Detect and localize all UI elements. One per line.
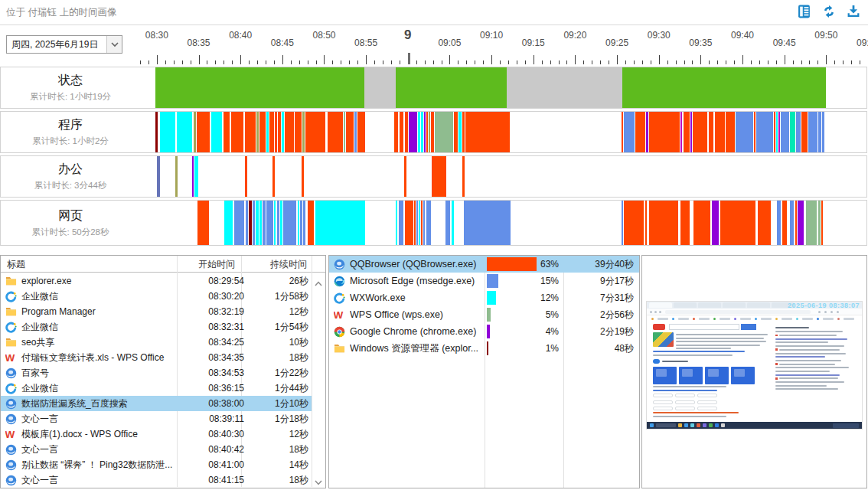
activity-segment[interactable] <box>399 201 403 245</box>
activity-segment[interactable] <box>435 112 453 152</box>
activity-segment[interactable] <box>432 156 446 197</box>
activity-segment[interactable] <box>269 112 274 152</box>
activity-segment[interactable] <box>624 201 644 245</box>
activity-segment[interactable] <box>246 201 248 245</box>
activity-segment[interactable] <box>280 201 282 245</box>
activity-segment[interactable] <box>302 112 305 152</box>
activity-segment[interactable] <box>790 201 794 245</box>
activity-segment[interactable] <box>462 156 465 197</box>
app-usage-row[interactable]: WXWork.exe12%7分31秒 <box>329 289 639 306</box>
activity-segment[interactable] <box>277 201 279 245</box>
app-usage-row[interactable]: Google Chrome (chrome.exe)4%2分19秒 <box>329 323 639 340</box>
activity-segment[interactable] <box>693 201 710 245</box>
activity-segment[interactable] <box>177 112 192 152</box>
activity-segment[interactable] <box>426 112 428 152</box>
activity-segment[interactable] <box>680 112 683 152</box>
activity-segment[interactable] <box>245 156 247 197</box>
activity-segment[interactable] <box>400 112 403 152</box>
activity-segment[interactable] <box>328 112 343 152</box>
activity-segment[interactable] <box>315 201 366 245</box>
activity-segment[interactable] <box>266 201 273 245</box>
activity-segment[interactable] <box>192 156 194 197</box>
activity-segment[interactable] <box>249 201 252 245</box>
activity-segment[interactable] <box>790 112 795 152</box>
activity-segment[interactable] <box>305 112 326 152</box>
activity-segment[interactable] <box>778 112 780 152</box>
activity-segment[interactable] <box>282 112 284 152</box>
activity-segment[interactable] <box>344 112 345 152</box>
activity-segment[interactable] <box>423 201 425 245</box>
activity-segment[interactable] <box>300 201 302 245</box>
activity-segment[interactable] <box>274 201 276 245</box>
table-row[interactable]: seo共享08:34:2510秒 <box>1 335 312 350</box>
activity-segment[interactable] <box>445 201 450 245</box>
activity-segment[interactable] <box>774 112 775 152</box>
activity-segment[interactable] <box>720 201 755 245</box>
activity-segment[interactable] <box>259 201 262 245</box>
activity-segment[interactable] <box>756 112 773 152</box>
app-usage-row[interactable]: Windows 资源管理器 (explor...1%48秒 <box>329 340 639 357</box>
activity-segment[interactable] <box>405 201 413 245</box>
activity-segment[interactable] <box>256 201 259 245</box>
activity-segment[interactable] <box>211 112 222 152</box>
activity-segment[interactable] <box>354 112 357 152</box>
activity-segment[interactable] <box>308 201 314 245</box>
activity-segment[interactable] <box>175 156 178 197</box>
activity-segment[interactable] <box>777 201 781 245</box>
activity-segment[interactable] <box>690 112 692 152</box>
activity-segment[interactable] <box>754 112 755 152</box>
activity-segment[interactable] <box>416 201 418 245</box>
activity-segment[interactable] <box>781 112 789 152</box>
activity-segment[interactable] <box>160 112 175 152</box>
activity-segment[interactable] <box>646 112 648 152</box>
activity-segment[interactable] <box>454 112 458 152</box>
table-row[interactable]: explorer.exe08:29:5426秒 <box>1 273 312 289</box>
chevron-down-icon[interactable] <box>106 36 122 53</box>
activity-segment[interactable] <box>263 201 266 245</box>
activity-segment[interactable] <box>821 201 823 245</box>
activity-segment[interactable] <box>693 112 707 152</box>
activity-segment[interactable] <box>806 201 817 245</box>
activity-segment[interactable] <box>421 112 423 152</box>
table-row[interactable]: 文心一言08:39:111分18秒 <box>1 411 312 426</box>
activity-segment[interactable] <box>234 201 244 245</box>
activity-segment[interactable] <box>726 112 735 152</box>
activity-segment[interactable] <box>231 112 243 152</box>
activity-segment[interactable] <box>409 112 417 152</box>
activity-segment[interactable] <box>758 201 771 245</box>
column-header-title[interactable]: 标题 <box>7 256 172 273</box>
activity-segment[interactable] <box>818 201 821 245</box>
table-row[interactable]: W模板库(1).docx - WPS Office08:40:3012秒 <box>1 426 312 442</box>
activity-segment[interactable] <box>645 201 647 245</box>
activity-segment[interactable] <box>157 156 160 197</box>
activity-segment[interactable] <box>684 112 690 152</box>
table-row[interactable]: 企业微信08:36:151分44秒 <box>1 381 312 396</box>
activity-segment[interactable] <box>197 201 209 245</box>
activity-segment[interactable] <box>253 201 255 245</box>
activity-segment[interactable] <box>426 201 431 245</box>
activity-segment[interactable] <box>404 156 406 197</box>
activity-segment[interactable] <box>259 112 266 152</box>
activity-segment[interactable] <box>808 112 817 152</box>
activity-segment[interactable] <box>635 112 645 152</box>
activity-segment[interactable] <box>796 112 801 152</box>
activity-segment[interactable] <box>421 201 423 245</box>
table-row[interactable]: 别让数据 “裸奔” ！ Ping32数据防泄...08:41:0014秒 <box>1 457 312 472</box>
activity-segment[interactable] <box>197 112 210 152</box>
activity-segment[interactable] <box>798 201 804 245</box>
activity-segment[interactable] <box>364 67 396 108</box>
activity-segment[interactable] <box>194 156 198 197</box>
activity-segment[interactable] <box>458 112 462 152</box>
activity-segment[interactable] <box>429 112 430 152</box>
activity-segment[interactable] <box>302 156 304 197</box>
activity-segment[interactable] <box>414 201 416 245</box>
activity-segment[interactable] <box>357 112 365 152</box>
activity-segment[interactable] <box>822 112 824 152</box>
screenshot-thumbnail[interactable]: 2025-06-19 08:38:07 <box>646 301 863 430</box>
activity-segment[interactable] <box>224 201 233 245</box>
report-icon[interactable] <box>798 5 811 18</box>
refresh-icon[interactable] <box>822 5 836 18</box>
download-icon[interactable] <box>847 5 860 18</box>
activity-segment[interactable] <box>782 201 787 245</box>
table-row[interactable]: W付瑞钰文章统计表.xls - WPS Office08:34:3518秒 <box>1 350 312 365</box>
